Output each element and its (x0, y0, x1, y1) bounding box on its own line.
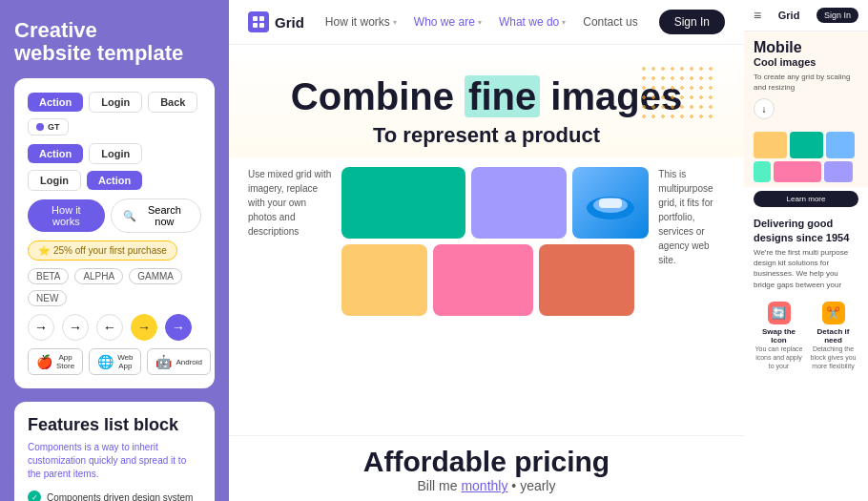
hero-subtitle: To represent a product (267, 123, 706, 148)
right-cell-yellow-1 (754, 132, 787, 158)
right-hero: Mobile Cool images To create any grid by… (744, 31, 868, 127)
features-card: Features list block Components is a way … (14, 402, 215, 501)
detach-icon: ✂️ (822, 302, 845, 324)
logo-dot (36, 123, 44, 131)
right-nav: ≡ Grid Sign In (744, 0, 868, 31)
right-sign-in-button[interactable]: Sign In (816, 8, 858, 23)
tag-new: NEW (28, 290, 67, 306)
android-icon: 🤖 (155, 354, 172, 369)
learn-more-button[interactable]: Learn more (754, 191, 858, 207)
login-button-1[interactable]: Login (89, 92, 142, 113)
content-section: Use mixed grid with imagery, replace wit… (229, 157, 744, 435)
arrow-right-active[interactable]: → (131, 314, 157, 341)
logo-box: GT (28, 118, 69, 136)
nav-logo-icon (248, 11, 269, 32)
how-it-works-button[interactable]: How it works (28, 199, 105, 232)
right-cell-pink (774, 161, 821, 182)
svg-rect-3 (259, 23, 264, 28)
login-button-3[interactable]: Login (28, 170, 81, 191)
right-cell-mint (754, 161, 771, 182)
feature1-title: Swap the Icon (754, 327, 804, 344)
right-hero-desc: To create any grid by scaling and resizi… (754, 72, 858, 93)
nav-links: How it works ▾ Who we are ▾ What we do ▾… (323, 15, 640, 29)
main-title: Creative website template (14, 19, 215, 65)
grid-cell-teal (341, 167, 465, 239)
left-content-text: Use mixed grid with imagery, replace wit… (248, 167, 341, 426)
features-subtitle: Components is a way to inherit customiza… (28, 441, 201, 481)
hero-dots-decoration (639, 64, 715, 121)
web-icon: 🌐 (97, 354, 114, 369)
app-store-button[interactable]: 🍎 App Store (28, 348, 83, 375)
pricing-section: Affordable pricing Bill me monthly • yea… (229, 435, 744, 501)
grid-cell-yellow (341, 244, 427, 316)
nav-logo: Grid (248, 11, 304, 32)
tag-beta: BETA (28, 268, 69, 284)
tag-row: BETA ALPHA GAMMA NEW (28, 268, 201, 306)
grid-cell-pink (433, 244, 533, 316)
feature-item-1: ✓ Components driven design system (28, 491, 201, 501)
arrow-left[interactable]: ← (96, 314, 123, 341)
grid-row-2 (341, 244, 649, 316)
chevron-icon-3: ▾ (562, 18, 566, 27)
tag-alpha: ALPHA (74, 268, 123, 284)
right-hero-subtitle: Cool images (754, 56, 858, 68)
right-delivering: Delivering good designs since 1954 We're… (744, 211, 868, 295)
right-feature-1: 🔄 Swap the Icon You can replace icons an… (754, 302, 804, 370)
pricing-subtitle: Bill me monthly • yearly (229, 478, 744, 493)
grid-cell-purple (471, 167, 567, 239)
right-cell-teal (790, 132, 823, 158)
right-hero-title: Mobile (754, 39, 858, 56)
store-row: 🍎 App Store 🌐 Web App 🤖 Android (28, 348, 201, 375)
arrow-row: → → ← → → (28, 314, 201, 341)
features-title: Features list block (28, 415, 201, 435)
feature2-desc: Detaching the block gives you more flexi… (808, 344, 858, 370)
nav-what-we-do[interactable]: What we do ▾ (499, 15, 566, 29)
title-line2: website template (14, 42, 215, 65)
sign-in-button[interactable]: Sign In (659, 10, 725, 34)
hero-section: Combine fine images To represent a produ… (229, 45, 744, 157)
chevron-icon-1: ▾ (393, 18, 397, 27)
grid-row-1 (341, 167, 649, 239)
web-app-button[interactable]: 🌐 Web App (89, 348, 141, 375)
title-line1: Creative (14, 19, 215, 42)
hamburger-icon[interactable]: ≡ (754, 8, 761, 23)
right-feature-2: ✂️ Detach if need Detaching the block gi… (808, 302, 858, 370)
right-grid-row-2 (754, 161, 858, 182)
swap-icon: 🔄 (768, 302, 791, 324)
arrow-right-dark[interactable]: → (165, 314, 192, 341)
right-panel: ≡ Grid Sign In Mobile Cool images To cre… (744, 0, 868, 501)
button-row-1: Action Login Back GT (28, 92, 201, 136)
shoe-svg (582, 184, 639, 222)
feature2-title: Detach if need (808, 327, 858, 344)
right-content-text: This is multipurpose grid, it fits for p… (649, 167, 725, 426)
image-grid (341, 167, 649, 426)
right-nav-logo: Grid (778, 10, 800, 21)
android-button[interactable]: 🤖 Android (147, 348, 211, 375)
right-cell-blue (826, 132, 855, 158)
arrow-right-1[interactable]: → (28, 314, 54, 341)
action-button-3[interactable]: Action (87, 171, 142, 190)
apple-icon: 🍎 (36, 354, 52, 369)
feature1-desc: You can replace icons and apply to your (754, 344, 804, 370)
search-row: How it works 🔍 Search now (28, 198, 201, 233)
star-icon: ⭐ (38, 245, 50, 256)
nav-contact-us[interactable]: Contact us (583, 15, 637, 29)
action-button-2[interactable]: Action (28, 144, 83, 163)
grid-logo-svg (252, 15, 265, 29)
arrow-right-2[interactable]: → (62, 314, 89, 341)
nav-who-we-are[interactable]: Who we are ▾ (414, 15, 482, 29)
svg-rect-1 (259, 16, 264, 21)
component-card: Action Login Back GT Action Login Login … (14, 78, 215, 388)
login-button-2[interactable]: Login (89, 143, 142, 164)
chevron-icon-2: ▾ (478, 18, 482, 27)
right-grid-row-1 (754, 132, 858, 158)
nav-bar: Grid How it works ▾ Who we are ▾ What we… (229, 0, 744, 45)
action-button-1[interactable]: Action (28, 93, 83, 112)
back-button[interactable]: Back (148, 92, 197, 113)
download-button[interactable]: ↓ (754, 98, 775, 119)
button-row-2: Action Login Login Action (28, 143, 201, 191)
main-center: Grid How it works ▾ Who we are ▾ What we… (229, 0, 744, 501)
nav-how-it-works[interactable]: How it works ▾ (325, 15, 397, 29)
search-button[interactable]: 🔍 Search now (111, 198, 201, 233)
svg-rect-0 (253, 16, 258, 21)
